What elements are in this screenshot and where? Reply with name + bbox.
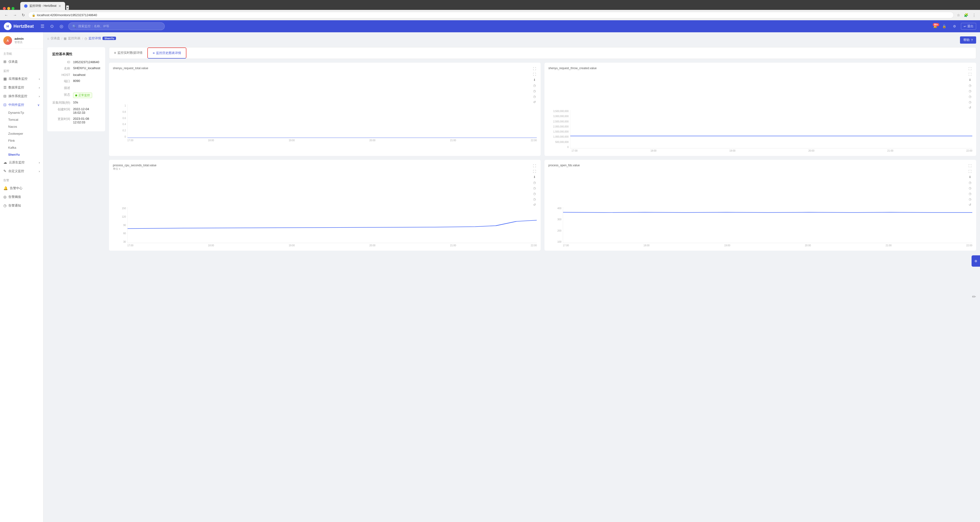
github-icon-button[interactable]: ⊙	[49, 23, 55, 30]
chart2-clock4-btn[interactable]: ◷	[968, 100, 972, 104]
sidebar-alert-notify[interactable]: ◷ 告警通知	[0, 201, 43, 210]
chart2-clock1-btn[interactable]: ◷	[968, 83, 972, 88]
realtime-tab-icon: ≡	[114, 51, 116, 55]
chart2-copy-btn[interactable]: ⛶	[968, 72, 972, 77]
sidebar-alert-center[interactable]: 🔔 告警中心	[0, 184, 43, 192]
notification-button[interactable]: 🔔 99+	[933, 25, 937, 28]
sidebar-child-tomcat[interactable]: Tomcat	[5, 116, 43, 123]
logout-button[interactable]: ↩ 退出	[961, 23, 976, 30]
traffic-light-yellow[interactable]	[7, 7, 10, 10]
tab-close-button[interactable]: ✕	[58, 4, 61, 8]
bookmark-icon[interactable]: ☆	[956, 13, 961, 18]
right-float-settings-button[interactable]: ⚙	[972, 255, 980, 267]
chart4-clock3-btn[interactable]: ◷	[968, 191, 972, 196]
sidebar-item-dashboard[interactable]: ⊞ 仪表盘	[0, 57, 43, 66]
sidebar-child-dynamictp[interactable]: DynamicTp	[5, 109, 43, 116]
topbar: H HertzBeat ☰ ⊙ ◎ 🔍 搜索监控：名称、IP等 🔔 99+ 🔒 …	[0, 20, 980, 32]
pen-icon-button[interactable]: ✏	[972, 280, 976, 313]
browser-tab-active[interactable]: 监控详情 - HertzBeat ✕	[20, 2, 65, 10]
sidebar-alert-threshold[interactable]: ◎ 告警阈值	[0, 192, 43, 201]
chart3-yaxis: 150 120 90 60 30	[113, 207, 127, 243]
sidebar-os-monitor[interactable]: ⊟ 操作系统监控 ›	[0, 92, 43, 100]
sidebar-db-monitor[interactable]: ☰ 数据库监控 ›	[0, 83, 43, 92]
os-monitor-icon: ⊟	[3, 94, 6, 98]
sidebar-child-zookeeper[interactable]: Zookeeper	[5, 130, 43, 137]
app-monitor-icon: ▦	[3, 77, 7, 81]
chart3-clock1-btn[interactable]: ◷	[533, 180, 536, 185]
chart4-clock1-btn[interactable]: ◷	[968, 180, 972, 185]
chart3-clock4-btn[interactable]: ◷	[533, 197, 536, 202]
new-tab-button[interactable]: +	[66, 5, 69, 10]
app-name: HertzBeat	[13, 24, 34, 29]
chart3-clock3-btn[interactable]: ◷	[533, 191, 536, 196]
breadcrumb-monitor-list[interactable]: 监控列表	[68, 36, 81, 40]
sidebar-child-nacos[interactable]: Nacos	[5, 123, 43, 130]
breadcrumb-home-icon: ⌂	[47, 36, 49, 40]
chart-card-3: process_cpu_seconds_total.value 单位 s ⛶ ⛶…	[109, 160, 541, 251]
chart2-download-btn[interactable]: ⬇	[968, 78, 972, 82]
menu-toggle-button[interactable]: ☰	[40, 23, 45, 30]
info-row-update: 更新时间 2023-01-08 12:02:03	[52, 117, 100, 124]
user-avatar: A	[3, 36, 12, 45]
lock-action-button[interactable]: 🔒	[940, 23, 948, 29]
sidebar-child-kafka[interactable]: Kafka	[5, 144, 43, 151]
chart1-fullscreen-btn[interactable]: ⛶	[532, 67, 537, 71]
main-content: ⌂ 仪表盘 / ▦ 监控列表 / ◷ 监控详情 ShenYu 帮助 ?	[43, 32, 980, 522]
tab-realtime[interactable]: ≡ 监控实时数据详情	[109, 48, 147, 59]
chart1-copy-btn[interactable]: ⛶	[532, 72, 537, 77]
traffic-light-red[interactable]	[3, 7, 6, 10]
sidebar-cloud-monitor[interactable]: ☁ 云原生监控 ›	[0, 158, 43, 167]
address-bar[interactable]: 🔒 localhost:4200/monitors/19523237124864…	[28, 12, 954, 18]
chevron-right-icon4: ›	[39, 161, 40, 164]
chat-icon-button[interactable]: ◎	[59, 23, 64, 30]
chart2-clock2-btn[interactable]: ◷	[968, 89, 972, 93]
chart1-xaxis: 17:00 18:00 19:00 20:00 21:00 22:00	[113, 138, 537, 142]
settings-float-icon: ⚙	[974, 259, 978, 263]
traffic-light-green[interactable]	[11, 7, 14, 10]
chart1-download-btn[interactable]: ⬇	[533, 78, 536, 82]
chart4-clock2-btn[interactable]: ◷	[968, 186, 972, 190]
chart1-clock-btn[interactable]: ◷	[533, 89, 536, 93]
chart3-download-btn[interactable]: ⬇	[533, 175, 536, 179]
chart4-fullscreen-btn[interactable]: ⛶	[968, 163, 972, 168]
create-value: 2022-12-04 16:02:33	[73, 107, 100, 114]
chart2-fullscreen-btn[interactable]: ⛶	[968, 67, 972, 71]
chart4-download-btn[interactable]: ⬇	[968, 175, 972, 179]
sidebar-app-monitor[interactable]: ▦ 应用服务监控 ›	[0, 75, 43, 83]
chart1-refresh-btn[interactable]: ◷	[533, 83, 536, 88]
chart3-copy-btn[interactable]: ⛶	[532, 169, 537, 174]
sidebar-child-shenyu[interactable]: ShenYu	[5, 151, 43, 158]
chart3-reset-btn[interactable]: ↺	[533, 202, 536, 207]
breadcrumb-home[interactable]: 仪表盘	[51, 36, 60, 40]
chart1-clock2-btn[interactable]: ◷	[533, 94, 536, 99]
chart2-clock3-btn[interactable]: ◷	[968, 94, 972, 99]
search-box[interactable]: 🔍 搜索监控：名称、IP等	[68, 22, 165, 30]
topbar-nav-icons: ☰ ⊙ ◎	[40, 23, 64, 30]
extension-icon[interactable]: 🧩	[963, 13, 970, 18]
chart2-content	[570, 110, 972, 148]
chart-card-1: shenyu_request_total.value ⛶ ⛶ ⬇ ◷ ◷ ◷ ↺	[109, 63, 541, 156]
sidebar-middleware-monitor[interactable]: ⊡ 中间件监控 ∨	[0, 100, 43, 109]
chart4-clock4-btn[interactable]: ◷	[968, 197, 972, 202]
settings-button[interactable]: ⚙	[951, 23, 958, 29]
sidebar-child-flink[interactable]: Flink	[5, 137, 43, 144]
host-value: localhost	[73, 73, 100, 77]
back-button[interactable]: ←	[3, 13, 10, 18]
tab-history[interactable]: ≡ 监控历史图表详情	[147, 48, 186, 59]
user-info-section: A admin 管理员	[0, 32, 43, 49]
chart3-fullscreen-btn[interactable]: ⛶	[532, 163, 537, 168]
chart3-clock2-btn[interactable]: ◷	[533, 186, 536, 190]
chart4-reset-btn[interactable]: ↺	[968, 202, 972, 207]
chart3-title: process_cpu_seconds_total.value	[113, 163, 156, 167]
db-monitor-icon: ☰	[3, 85, 6, 90]
chart4-copy-btn[interactable]: ⛶	[968, 169, 972, 174]
chart2-reset-btn[interactable]: ↺	[968, 105, 972, 110]
refresh-button[interactable]: ↻	[20, 12, 26, 18]
help-button[interactable]: 帮助 ?	[960, 36, 976, 44]
sidebar-custom-monitor[interactable]: ✎ 自定义监控 ›	[0, 167, 43, 175]
desc-label: 描述	[52, 86, 70, 90]
forward-button[interactable]: →	[11, 13, 18, 18]
chart1-reset-btn[interactable]: ↺	[533, 100, 536, 104]
menu-icon[interactable]: ⋮	[971, 13, 977, 18]
chevron-right-icon: ›	[39, 77, 40, 81]
